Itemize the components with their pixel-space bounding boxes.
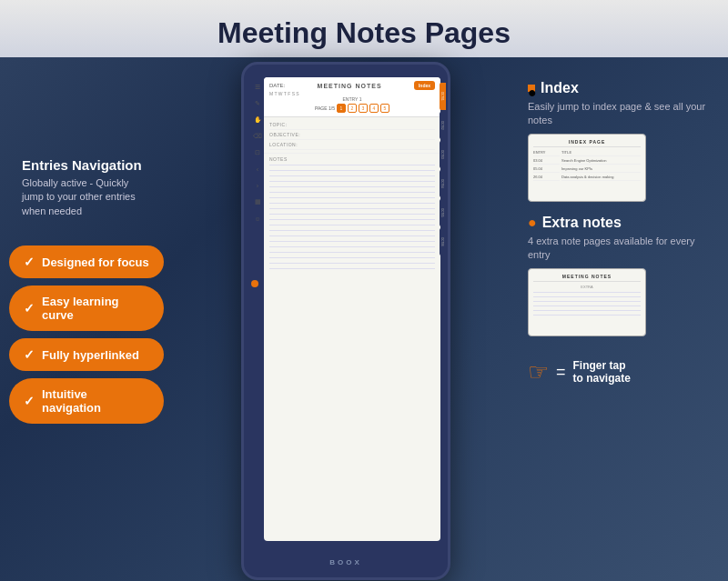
note-line [269,246,435,247]
screen-fields: TOPIC: OBJECTIVE: LOCATION: [264,117,440,154]
index-thumbnail: INDEX PAGE ENTRY TITLE 03.04 Search Engi… [528,134,646,202]
extra-notes-description: 4 extra note pages available for every e… [528,235,715,263]
extra-notes-thumbnail: MEETING NOTES EXTRA [528,268,646,336]
page-title: Meeting Notes Pages [0,0,728,57]
entry-tabs: OCT01 OCT02 OCT03 OCT04 OCT05 OCT06 [439,83,446,532]
device-wrapper: ☰ ✎ ✋ ⌫ ⊡ ‹ › ▦ ☺ DATE: [237,62,455,581]
check-icon-navigation: ✓ [24,394,35,408]
note-line [269,175,435,176]
note-line [269,165,435,165]
entries-navigation-label: Entries Navigation Globally active - Qui… [9,148,164,227]
entry-tab-5[interactable]: OCT05 [440,199,446,226]
finger-tap-text: Finger tap to navigate [573,359,631,385]
entry-title-2: Improving our KPIs [561,166,641,173]
entry-date-1: 03.04 [533,158,560,165]
note-line [269,170,435,171]
index-thumb-title: INDEX PAGE [533,139,641,147]
screen-header: DATE: MEETING NOTES Index M T W T F S S … [264,77,440,117]
feature-badge-hyperlinked: ✓ Fully hyperlinked [9,338,164,371]
index-row-1: 03.04 Search Engine Optimization [533,158,641,165]
index-thumb-headers: ENTRY TITLE [533,150,641,156]
note-line [269,268,435,269]
note-line [269,252,435,253]
finger-tap-icon: ☞ [528,358,549,386]
check-icon-learning: ✓ [24,301,35,316]
extra-line [533,296,641,297]
feature-badge-learning: ✓ Easy learning curve [9,285,164,331]
device-body: ☰ ✎ ✋ ⌫ ⊡ ‹ › ▦ ☺ DATE: [241,62,450,580]
entry-label: ENTRY 1 [269,96,435,102]
icon-pencil: ✎ [253,99,262,108]
note-line [269,203,435,204]
equals-sign: = [556,363,566,382]
left-panel: Entries Navigation Globally active - Qui… [0,57,164,581]
icon-smile: ☺ [253,214,262,223]
extra-notes-annotation: ● Extra notes 4 extra note pages availab… [528,215,715,342]
entry-date-3: 26.04 [533,175,560,181]
center-panel: ☰ ✎ ✋ ⌫ ⊡ ‹ › ▦ ☺ DATE: [164,57,528,581]
index-annotation: ● Index Easily jump to index page & see … [528,80,715,207]
objective-field[interactable]: OBJECTIVE: [269,130,435,140]
check-icon-hyperlinked: ✓ [24,347,35,362]
icon-arrow-left: ‹ [253,165,262,174]
location-field[interactable]: LOCATION: [269,140,435,150]
entry-tab-1[interactable]: OCT01 [440,83,446,110]
note-line [269,197,435,198]
entries-nav-dot [251,280,258,287]
screen-title: MEETING NOTES [318,83,382,89]
index-description: Easily jump to index page & see all your… [528,100,715,128]
index-annotation-header: ● Index [528,80,715,96]
feature-badge-focus: ✓ Designed for focus [9,245,164,278]
screen-notes: NOTES [264,154,440,272]
device-sidebar-icons: ☰ ✎ ✋ ⌫ ⊡ ‹ › ▦ ☺ [251,83,264,532]
index-title: Index [541,80,579,96]
device-screen: DATE: MEETING NOTES Index M T W T F S S … [264,77,440,541]
page-nav-4[interactable]: 4 [369,104,379,113]
icon-image: ⊡ [253,148,262,157]
entry-tab-3[interactable]: OCT03 [440,141,446,168]
note-line [269,186,435,187]
extra-line [533,306,641,306]
notes-label: NOTES [269,156,435,162]
page-indicator: PAGE 1/5 [315,105,335,111]
extra-notes-title: Extra notes [542,215,622,231]
extra-line [533,301,641,302]
page-nav-3[interactable]: 3 [359,104,368,113]
page-nav-5[interactable]: 5 [380,104,389,113]
col-entry: ENTRY [533,150,560,156]
note-line [269,235,435,236]
page-nav-1[interactable]: 1 [337,104,346,113]
entry-tab-4[interactable]: OCT04 [440,170,446,197]
extra-thumb-subtitle: EXTRA [533,285,641,289]
device-brand: BOOX [244,558,448,566]
note-line [269,214,435,215]
index-button[interactable]: Index [414,81,435,90]
date-label: DATE: [269,83,285,88]
feature-list: ✓ Designed for focus ✓ Easy learning cur… [9,245,164,424]
extra-notes-dot: ● [528,215,537,231]
right-panel: ● Index Easily jump to index page & see … [528,57,728,581]
icon-calendar: ▦ [253,197,262,206]
note-line [269,241,435,242]
note-line [269,263,435,264]
index-dot: ● [528,85,535,92]
page-nav-2[interactable]: 2 [348,104,357,113]
entry-tab-6[interactable]: OCT06 [440,228,446,255]
finger-tap-annotation: ☞ = Finger tap to navigate [528,358,715,386]
note-lines [269,165,435,269]
icon-arrow-right: › [253,181,262,190]
entry-title-3: Data analysis & decision making [561,175,641,181]
topic-field[interactable]: TOPIC: [269,120,435,130]
extra-line [533,310,641,311]
finger-tap-line2: to navigate [573,372,631,385]
extra-note-lines [533,292,641,316]
screen-date-row: DATE: MEETING NOTES Index [269,81,435,90]
check-icon-focus: ✓ [24,255,35,269]
note-line [269,181,435,182]
page-navigation: PAGE 1/5 1 2 3 4 5 [269,104,435,113]
col-title: TITLE [561,150,641,156]
entry-tab-2[interactable]: OCT02 [440,112,446,139]
extra-thumb-title: MEETING NOTES [533,274,641,282]
note-line [269,230,435,231]
extra-line [533,315,641,316]
